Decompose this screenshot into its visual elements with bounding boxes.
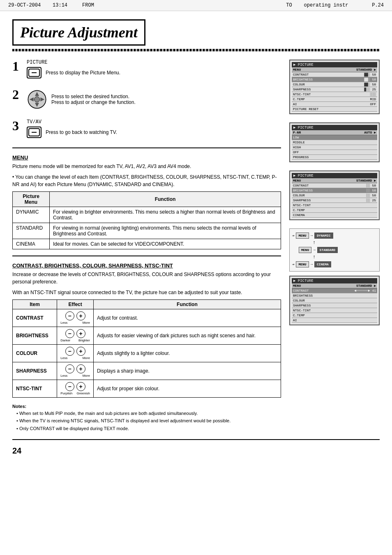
list-item: When set to Multi PIP mode, the main and…	[16, 410, 281, 417]
table-row: NTSC-TINT − + Purplish Greenish	[13, 380, 281, 398]
notes-section: Notes: When set to Multi PIP mode, the m…	[12, 404, 281, 432]
item-name-contrast: CONTRAST	[16, 315, 44, 321]
menu-header-2: P-NR AUTO ▶	[292, 130, 377, 135]
screen-mockup-3: ▶ PICTURE MENU STANDARD ▶ CONTRAST░░ 50 …	[289, 170, 380, 220]
menu-row: BRIGHTNESS▓▓░ 50	[292, 77, 377, 82]
function-colour: Adjusts slightly to a lighter colour.	[93, 345, 281, 362]
table-row: STANDARD For viewing in normal (evening …	[13, 223, 281, 239]
effect-brightness: − + Darker Brighter	[57, 327, 94, 345]
menu-header-3: MENU STANDARD ▶	[292, 178, 377, 183]
pic-row-1-function: For viewing in brighter environments. Th…	[50, 207, 281, 223]
screen-title-2: ▶ PICTURE	[292, 125, 377, 130]
menu-nav-box: MENU	[296, 233, 309, 239]
step-2-content: Press to select the desired function. Pr…	[27, 88, 281, 111]
menu-row: LOW	[292, 135, 377, 140]
right-column: ▶ PICTURE MENU STANDARD ▶ CONTRAST▓▓░ 50…	[289, 60, 380, 433]
nav-row-3: ⇒ MENU → CINEMA	[292, 261, 377, 267]
section-divider-bottom	[12, 439, 380, 440]
header-date-time: 29-OCT-2004 13:14 FROM	[8, 2, 94, 8]
plus-label-brightness: Brighter	[78, 339, 90, 342]
menu-row: NTSC-TINT	[292, 203, 377, 208]
minus-icon: −	[65, 382, 74, 391]
menu-row: CONTRAST░░ 50	[292, 183, 377, 188]
menu-row: COLOUR▓▓░ 50	[292, 82, 377, 87]
notes-heading: Notes:	[12, 404, 281, 409]
minus-label-brightness: Darker	[60, 339, 70, 342]
menu-row: C.TEMP	[292, 313, 377, 318]
arrow-icon: ⇒	[292, 262, 294, 267]
effect-colour: − + Less More	[57, 345, 94, 362]
dpad-icon	[27, 89, 47, 110]
step-2: 2	[12, 88, 281, 111]
table-row: CONTRAST − + Less More	[13, 309, 281, 327]
item-table-header-3: Function	[93, 300, 281, 309]
minus-icon: −	[65, 329, 74, 338]
menu-row: NTSC-TINT	[292, 308, 377, 313]
screen-mockup-4: ▶ PICTURE MENU STANDARD ▶ CONTRAST ◄────…	[289, 276, 380, 325]
page-header: 29-OCT-2004 13:14 FROM TO operating inst…	[0, 0, 392, 11]
minus-label-ntsc: Purplish	[60, 391, 72, 395]
menu-row: NTSC-TINT░░░	[292, 92, 377, 97]
item-name-colour: COLOUR	[16, 350, 37, 356]
step-1-label: PICTURE	[27, 60, 281, 65]
screen-mockup-1: ▶ PICTURE MENU STANDARD ▶ CONTRAST▓▓░ 50…	[289, 60, 380, 114]
menu-row: BRIGHTNESS░░ 50	[292, 188, 377, 193]
menu-header-4: MENU STANDARD ▶	[292, 283, 377, 288]
menu-row: C.TEMP	[292, 208, 377, 213]
menu-row: MIDDLE	[292, 140, 377, 145]
menu-nav-diagram: ⇒ MENU → DYNAMIC ↑ MENU → STANDARD ↑ ⇒ M…	[289, 228, 380, 272]
step-3-instruction: Press to go back to watching TV.	[27, 127, 281, 138]
menu-row: CONTRAST▓▓░ 50	[292, 72, 377, 77]
notes-list: When set to Multi PIP mode, the main and…	[12, 410, 281, 432]
menu-paragraph-2: • You can change the level of each Item …	[12, 173, 281, 188]
step-2-number: 2	[12, 88, 23, 101]
main-layout: 1 PICTURE Press to display the Picture M…	[12, 60, 380, 433]
function-contrast: Adjust for contrast.	[93, 309, 281, 327]
function-brightness: Adjusts for easier viewing of dark pictu…	[93, 327, 281, 345]
contrast-heading: CONTRAST, BRIGHTNESS, COLOUR, SHARPNESS,…	[12, 263, 281, 269]
pic-row-3-function: Ideal for movies. Can be selected for VI…	[50, 239, 281, 249]
step-2-instruction-1: Press to select the desired function. Pr…	[27, 89, 281, 110]
pic-table-header-2: Function	[50, 192, 281, 207]
item-table: Item Effect Function CONTRAST −	[12, 299, 281, 398]
menu-paragraph-1: Picture menu mode will be memorized for …	[12, 163, 281, 170]
step-3-label: TV/AV	[27, 119, 281, 125]
step-3-text: Press to go back to watching TV.	[46, 129, 117, 135]
menu-row: HIGH	[292, 145, 377, 150]
plus-label-ntsc: Greenish	[76, 391, 90, 395]
screen-title-1: ▶ PICTURE	[292, 62, 377, 67]
step-1-text: Press to display the Picture Menu.	[46, 70, 120, 76]
arrow-icon: →	[311, 263, 313, 267]
effect-ntsc: − + Purplish Greenish	[57, 380, 94, 398]
table-row: CINEMA Ideal for movies. Can be selected…	[13, 239, 281, 249]
menu-heading: MENU	[12, 154, 281, 161]
plus-icon: +	[76, 347, 85, 356]
item-table-header-2: Effect	[57, 300, 94, 309]
menu-row: SHARPNESS	[292, 303, 377, 308]
menu-row: PROGRESS	[292, 155, 377, 160]
menu-row: C.TEMPMID	[292, 97, 377, 102]
header-to: TO operating instr P.24	[286, 2, 384, 8]
menu-nav-box: MENU	[299, 247, 311, 253]
tvav-button-icon	[27, 127, 42, 138]
screen-mockup-2: ▶ PICTURE P-NR AUTO ▶ LOW MIDDLE HIGH OF…	[289, 122, 380, 162]
effect-contrast: − + Less More	[57, 309, 94, 327]
plus-icon: +	[76, 311, 85, 320]
arrow-icon: ⇒	[292, 233, 294, 238]
item-name-ntsc: NTSC-TINT	[16, 386, 42, 391]
arrow-down-icon: ↑	[313, 254, 377, 260]
menu-row: OFF	[292, 150, 377, 155]
menu-nav-box: MENU	[296, 261, 309, 267]
menu-row: CINEMA	[292, 213, 377, 218]
menu-row: COLOUR	[292, 298, 377, 303]
contrast-paragraph-2: With an NTSC-TINT signal source connecte…	[12, 289, 281, 296]
plus-icon: +	[76, 382, 85, 391]
step-2-texts: Press to select the desired function. Pr…	[51, 94, 136, 105]
item-table-header-1: Item	[13, 300, 57, 309]
plus-label-colour: More	[83, 356, 90, 360]
step-1-instruction: Press to display the Picture Menu.	[27, 67, 281, 78]
minus-icon: −	[65, 347, 74, 356]
step-3-number: 3	[12, 119, 23, 132]
function-sharpness: Displays a sharp image.	[93, 362, 281, 380]
minus-label-colour: Less	[60, 356, 67, 360]
